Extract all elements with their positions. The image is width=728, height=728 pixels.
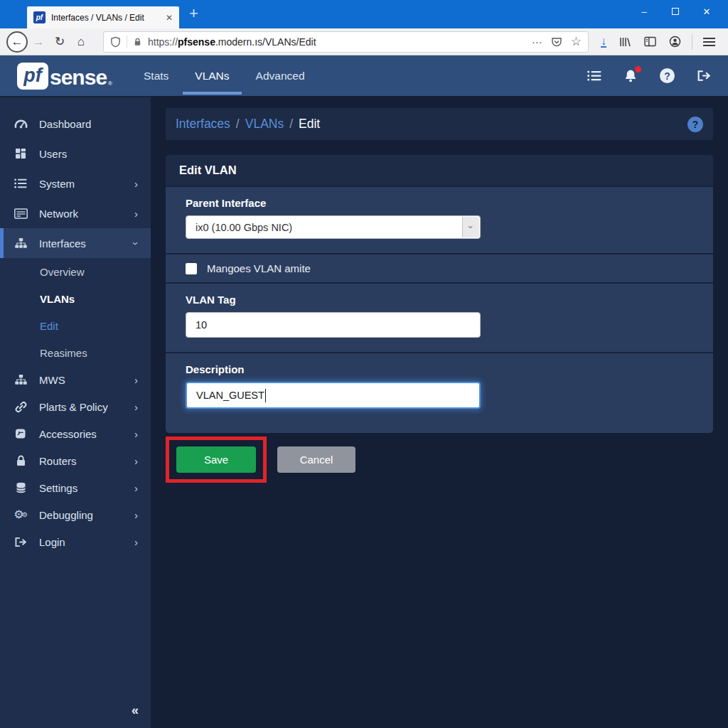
database-icon <box>13 482 28 493</box>
save-button[interactable]: Save <box>176 446 256 473</box>
breadcrumb-help-icon[interactable]: ? <box>687 117 703 132</box>
back-icon: ← <box>6 31 28 53</box>
home-button[interactable]: ⌂ <box>70 31 92 53</box>
interfaces-sitemap-icon <box>13 237 28 249</box>
sidebar-label: Login <box>39 536 65 548</box>
forward-button[interactable]: → <box>28 31 49 53</box>
chevron-down-icon: › <box>466 225 476 228</box>
account-icon[interactable] <box>669 36 681 48</box>
sidebar-item-dashboard[interactable]: Dashboard <box>0 109 151 139</box>
tracking-shield-icon[interactable] <box>110 36 121 48</box>
sidebar-label: Dashboard <box>39 118 91 130</box>
chevron-right-icon: › <box>134 208 138 220</box>
notifications-bell-icon[interactable] <box>623 69 638 82</box>
library-icon[interactable] <box>619 36 631 48</box>
nav-advanced[interactable]: Advanced <box>256 70 305 82</box>
header-logout-icon[interactable] <box>697 70 711 82</box>
header-help-icon[interactable]: ? <box>660 68 675 83</box>
vlan-tag-row: VLAN Tag <box>166 282 713 352</box>
sidebar-label: MWS <box>39 374 65 386</box>
sidebar-label: Network <box>39 208 78 220</box>
sidebar-collapse-button[interactable]: « <box>132 703 139 718</box>
sidebar-label: Accessories <box>39 428 97 440</box>
vlan-checkbox-label: Mangoes VLAN amite <box>207 262 311 274</box>
url-text[interactable]: https://pfsense.modern.ıs/VLANs/Edit <box>148 36 523 48</box>
sidebar-item-interfaces[interactable]: Interfaces › <box>0 228 151 258</box>
registered-mark: ® <box>108 80 112 87</box>
parent-interface-select[interactable]: ix0 (10.00 Gbps NIC) › <box>186 215 481 239</box>
sidebar-subitem-edit[interactable]: Edit <box>0 312 151 339</box>
sidebar-label: Settings <box>39 482 77 494</box>
list-menu-icon[interactable] <box>587 70 601 81</box>
back-button[interactable]: ← <box>6 31 28 53</box>
mws-sitemap-icon <box>13 374 28 385</box>
panel-title: Edit VLAN <box>166 155 713 186</box>
sidebar-item-plarts-policy[interactable]: Plarts & Policy › <box>0 393 151 420</box>
select-dropdown-button[interactable]: › <box>462 217 479 237</box>
vlan-checkbox-row: Mangoes VLAN amite <box>166 253 713 282</box>
browser-toolbar: ← → ↻ ⌂ https://pfsense.modern.ıs/VLANs/… <box>0 28 728 55</box>
nav-vlans[interactable]: VLANs <box>195 70 229 82</box>
maximize-button[interactable] <box>660 0 691 23</box>
downloads-icon[interactable]: ↓ <box>601 36 606 48</box>
text-cursor <box>265 389 267 402</box>
chevron-down-icon: › <box>130 242 142 245</box>
nav-stats[interactable]: Stats <box>144 70 168 82</box>
new-tab-button[interactable]: + <box>189 4 198 23</box>
sidebar-item-network[interactable]: Network › <box>0 198 151 228</box>
description-value: VLAN_GUEST <box>196 390 264 401</box>
sidebar-subitem-overview[interactable]: Overview <box>0 258 151 285</box>
chevron-right-icon: › <box>134 455 138 467</box>
pfsense-logo-badge: pf <box>17 63 48 90</box>
sidebar-item-debuggling[interactable]: ⚙⚙ Debuggling › <box>0 501 151 528</box>
sidebar-item-login[interactable]: Login › <box>0 528 151 555</box>
breadcrumb-separator: / <box>236 117 240 132</box>
description-label: Description <box>186 363 693 375</box>
sidebar-subitem-reasimes[interactable]: Reasimes <box>0 339 151 366</box>
breadcrumb: Interfaces / VLANs / Edit ? <box>166 108 713 140</box>
pfsense-logo[interactable]: pf sense ® <box>17 63 112 90</box>
cancel-button[interactable]: Cancel <box>277 446 355 473</box>
close-button[interactable]: ✕ <box>691 0 722 23</box>
system-list-icon <box>13 178 28 188</box>
bookmark-star-icon[interactable]: ☆ <box>571 34 582 49</box>
vlan-tag-input[interactable] <box>186 312 481 338</box>
pocket-icon[interactable] <box>551 36 562 48</box>
sidebar-item-accessories[interactable]: Accessories › <box>0 420 151 447</box>
accessories-badge-icon <box>13 428 28 439</box>
sidebar-item-routers[interactable]: Routers › <box>0 447 151 474</box>
chevron-right-icon: › <box>134 482 138 494</box>
vlan-checkbox[interactable] <box>186 263 197 274</box>
main-content: Interfaces / VLANs / Edit ? Edit VLAN Pa… <box>151 96 728 728</box>
pfsense-header: pf sense ® Stats VLANs Advanced ? <box>0 55 728 96</box>
chevron-right-icon: › <box>134 428 138 440</box>
description-input[interactable]: VLAN_GUEST <box>186 382 481 409</box>
sidebar-item-settings[interactable]: Settings › <box>0 474 151 501</box>
tab-close-icon[interactable]: ✕ <box>166 13 173 23</box>
reload-button[interactable]: ↻ <box>49 31 70 53</box>
network-card-icon <box>13 208 28 219</box>
sidebar-label: Users <box>39 148 67 160</box>
browser-tab[interactable]: pf Interfaces / VLANs / Edit ✕ <box>27 6 179 28</box>
minimize-button[interactable]: – <box>628 0 660 23</box>
sidebars-icon[interactable] <box>644 36 656 47</box>
breadcrumb-link-interfaces[interactable]: Interfaces <box>176 117 230 132</box>
breadcrumb-current: Edit <box>299 117 320 132</box>
sidebar-subitem-vlans[interactable]: VLANs <box>0 285 151 312</box>
urlbar-separator <box>127 36 127 48</box>
tab-title: Interfaces / VLANs / Edit <box>51 13 161 23</box>
sidebar-label: Debuggling <box>39 509 93 521</box>
toolbar-separator <box>692 34 692 50</box>
chevron-right-icon: › <box>134 374 138 386</box>
sidebar-item-system[interactable]: System › <box>0 168 151 198</box>
url-bar[interactable]: https://pfsense.modern.ıs/VLANs/Edit ···… <box>103 31 589 53</box>
url-host: pfsense <box>178 36 215 48</box>
page-actions-icon[interactable]: ··· <box>532 36 542 48</box>
sidebar-item-mws[interactable]: MWS › <box>0 366 151 393</box>
save-annotation-box: Save <box>166 437 267 483</box>
description-row: Description VLAN_GUEST <box>166 352 713 433</box>
breadcrumb-link-vlans[interactable]: VLANs <box>245 117 284 132</box>
sidebar-item-users[interactable]: Users <box>0 139 151 168</box>
users-grid-icon <box>13 148 28 159</box>
menu-icon[interactable] <box>703 36 715 48</box>
